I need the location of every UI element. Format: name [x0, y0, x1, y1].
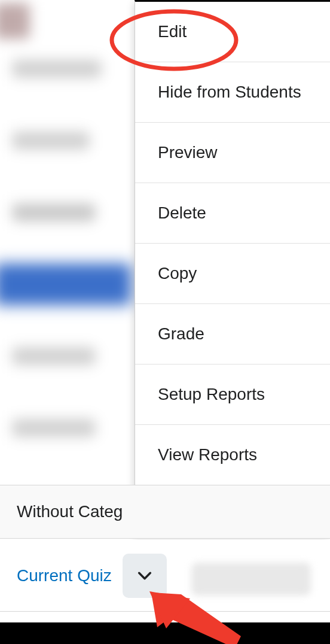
- blurred-content: [191, 563, 311, 596]
- menu-item-grade[interactable]: Grade: [135, 304, 330, 364]
- menu-item-edit[interactable]: Edit: [135, 2, 330, 62]
- menu-item-view-reports[interactable]: View Reports: [135, 425, 330, 485]
- menu-item-label: Edit: [158, 22, 187, 41]
- category-label: Without Categ: [17, 502, 123, 521]
- menu-item-label: Setup Reports: [158, 385, 265, 404]
- menu-item-preview[interactable]: Preview: [135, 123, 330, 183]
- menu-item-copy[interactable]: Copy: [135, 244, 330, 304]
- bottom-bar: [0, 622, 330, 644]
- menu-item-label: Delete: [158, 203, 206, 223]
- quiz-link[interactable]: Current Quiz: [17, 566, 112, 585]
- menu-item-hide-from-students[interactable]: Hide from Students: [135, 62, 330, 123]
- blurred-background: [0, 0, 135, 485]
- menu-item-label: Hide from Students: [158, 83, 301, 102]
- menu-item-label: Copy: [158, 264, 197, 283]
- menu-item-label: Grade: [158, 324, 204, 344]
- menu-item-setup-reports[interactable]: Setup Reports: [135, 364, 330, 425]
- menu-item-label: View Reports: [158, 445, 257, 464]
- quiz-actions-toggle[interactable]: [123, 554, 167, 598]
- quiz-actions-dropdown: Edit Hide from Students Preview Delete C…: [135, 0, 330, 536]
- menu-item-label: Preview: [158, 143, 218, 162]
- category-header-row: Without Categ: [0, 485, 330, 539]
- menu-item-delete[interactable]: Delete: [135, 183, 330, 244]
- chevron-down-icon: [136, 567, 153, 584]
